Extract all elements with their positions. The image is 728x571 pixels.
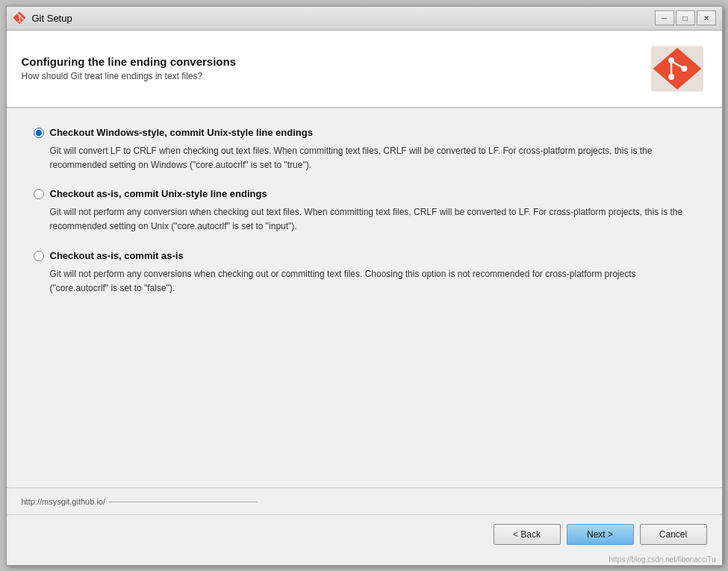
option-3-description: Git will not perform any conversions whe… xyxy=(50,267,695,296)
button-row: < Back Next > Cancel xyxy=(7,514,722,554)
watermark: https://blog.csdn.net/fibonacciTu xyxy=(7,554,722,565)
radio-option-3[interactable] xyxy=(34,251,44,261)
option-group-1: Checkout Windows-style, commit Unix-styl… xyxy=(34,126,695,173)
option-3-label[interactable]: Checkout as-is, commit as-is xyxy=(50,249,184,263)
cancel-button[interactable]: Cancel xyxy=(640,524,707,545)
git-logo-icon xyxy=(647,43,707,95)
radio-option-1[interactable] xyxy=(34,128,44,138)
back-button[interactable]: < Back xyxy=(494,524,561,545)
footer-area: http://msysgit.github.io/ xyxy=(7,487,722,514)
content-area: Checkout Windows-style, commit Unix-styl… xyxy=(7,108,722,487)
option-row-1: Checkout Windows-style, commit Unix-styl… xyxy=(34,126,695,140)
git-title-icon xyxy=(13,11,26,25)
header-title: Configuring the line ending conversions xyxy=(22,55,647,68)
svg-point-3 xyxy=(668,74,674,80)
title-bar: Git Setup ─ □ ✕ xyxy=(7,7,722,31)
window-title: Git Setup xyxy=(32,13,655,24)
maximize-button[interactable]: □ xyxy=(676,10,695,25)
option-2-description: Git will not perform any conversion when… xyxy=(50,205,695,234)
next-button[interactable]: Next > xyxy=(567,524,634,545)
option-1-label[interactable]: Checkout Windows-style, commit Unix-styl… xyxy=(50,126,313,140)
footer-link: http://msysgit.github.io/ xyxy=(22,497,258,506)
option-1-description: Git will convert LF to CRLF when checkin… xyxy=(50,144,695,172)
header-subtitle: How should Git treat line endings in tex… xyxy=(22,71,647,81)
option-row-3: Checkout as-is, commit as-is xyxy=(34,249,695,263)
option-group-2: Checkout as-is, commit Unix-style line e… xyxy=(34,187,695,234)
radio-option-2[interactable] xyxy=(34,189,44,199)
option-group-3: Checkout as-is, commit as-is Git will no… xyxy=(34,249,695,296)
title-bar-buttons: ─ □ ✕ xyxy=(655,10,716,25)
option-row-2: Checkout as-is, commit Unix-style line e… xyxy=(34,187,695,201)
header-text: Configuring the line ending conversions … xyxy=(22,55,647,81)
option-2-label[interactable]: Checkout as-is, commit Unix-style line e… xyxy=(50,187,267,201)
git-setup-window: Git Setup ─ □ ✕ Configuring the line end… xyxy=(6,6,723,566)
minimize-button[interactable]: ─ xyxy=(655,10,674,25)
close-button[interactable]: ✕ xyxy=(697,10,716,25)
header-area: Configuring the line ending conversions … xyxy=(7,31,722,107)
